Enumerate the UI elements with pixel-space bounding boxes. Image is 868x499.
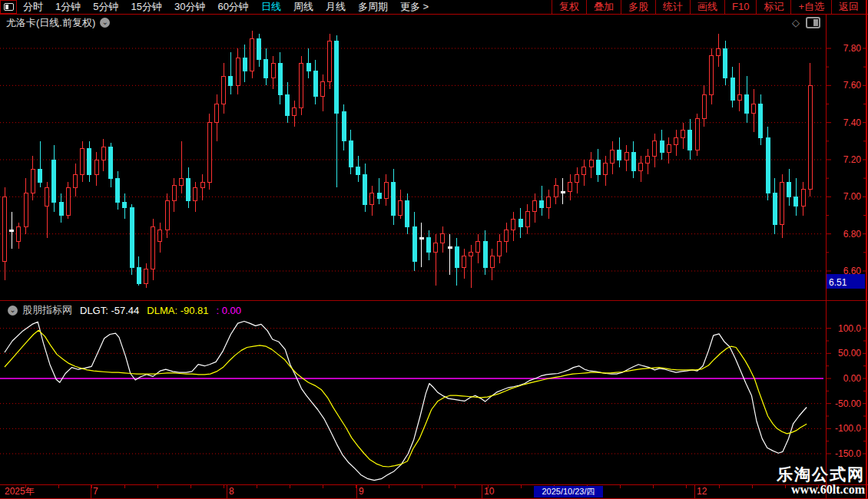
toolbar-period-0[interactable]: 分时 — [17, 0, 49, 14]
candle-body — [144, 269, 148, 284]
candle-body — [568, 182, 572, 191]
candle-body — [172, 186, 176, 200]
toolbar-period-3[interactable]: 15分钟 — [124, 0, 167, 14]
axis-tick — [719, 485, 720, 488]
candle-body — [710, 56, 714, 95]
candle-body — [724, 48, 727, 78]
toolbar-tool-0[interactable]: 复权 — [552, 0, 586, 14]
candlestick-chart[interactable]: 7.807.607.407.207.006.806.606.51 — [0, 31, 868, 300]
candle-body — [243, 58, 247, 71]
candle-body — [490, 256, 494, 268]
axis-tick — [58, 485, 59, 488]
axis-tick — [620, 485, 621, 488]
candle-body — [342, 111, 346, 141]
candle-body — [293, 107, 297, 115]
candle-body — [737, 94, 741, 100]
toolbar-period-1[interactable]: 1分钟 — [49, 0, 87, 14]
chevron-down-icon[interactable]: ⌄ — [100, 18, 110, 28]
axis-tick — [422, 485, 422, 488]
diamond-icon[interactable]: ◇ — [792, 18, 800, 28]
candle-body — [624, 152, 628, 160]
indicator-name: 股朋指标网 — [22, 303, 72, 317]
candle-body — [596, 160, 600, 174]
month-boundary-line — [356, 485, 357, 498]
candle-body — [321, 82, 325, 97]
candle-body — [589, 160, 593, 167]
axis-tick — [124, 485, 125, 488]
candle-body — [363, 174, 367, 204]
toolbar-period-4[interactable]: 30分钟 — [168, 0, 211, 14]
toolbar-period-8[interactable]: 月线 — [320, 0, 352, 14]
candle-body — [681, 130, 685, 137]
toolbar-tool-3[interactable]: 统计 — [655, 0, 690, 14]
date-axis[interactable]: 2025年78910122025/10/23/四 — [0, 484, 868, 499]
toolbar-period-9[interactable]: 多周期 — [352, 0, 394, 14]
candle-body — [31, 169, 35, 193]
toolbar-tool-2[interactable]: 多股 — [621, 0, 655, 14]
candle-body — [180, 178, 184, 186]
candle-body — [377, 193, 381, 199]
chevron-down-icon[interactable]: ⌄ — [8, 306, 18, 316]
candle-body — [59, 203, 63, 216]
indicator-readout-0: DLGT: -57.44 — [80, 305, 139, 316]
candle-body — [427, 238, 431, 253]
toolbar-period-2[interactable]: 5分钟 — [87, 0, 124, 14]
candle-body — [512, 219, 515, 230]
candle-body — [646, 156, 650, 164]
toolbar-tool-8[interactable]: 返回 — [831, 0, 866, 14]
axis-tick — [257, 485, 257, 488]
toolbar-tool-6[interactable]: 标记 — [756, 0, 790, 14]
indicator-readout-2: : 0.00 — [217, 305, 242, 316]
date-axis-label: 10 — [484, 486, 494, 497]
indicator-axis-label: 100.0 — [838, 323, 861, 334]
axis-tick — [157, 485, 158, 488]
candle-body — [123, 203, 127, 208]
candle-body — [611, 150, 615, 164]
price-axis-label: 7.20 — [843, 154, 862, 165]
axis-tick — [323, 485, 323, 488]
toolbar-period-10[interactable]: 更多 > — [394, 0, 435, 14]
sidebar-panel-icon[interactable] — [806, 17, 820, 28]
month-boundary-line — [91, 485, 91, 498]
toolbar-period-5[interactable]: 60分钟 — [211, 0, 254, 14]
toolbar-tool-5[interactable]: F10 — [724, 0, 756, 14]
candle-body — [45, 187, 49, 206]
candle-body — [434, 243, 438, 253]
date-axis-label: 7 — [93, 486, 98, 497]
candle-body — [441, 234, 445, 243]
indicator-axis-label: 50.00 — [838, 348, 861, 359]
month-boundary-line — [227, 485, 227, 498]
tools-menu: 复权叠加多股统计画线F10标记+自选返回 — [552, 0, 866, 14]
layout-toggle-button[interactable] — [0, 0, 17, 14]
candle-body — [88, 149, 91, 175]
date-axis-label: 9 — [359, 486, 364, 497]
toolbar-tool-4[interactable]: 画线 — [690, 0, 724, 14]
toolbar-period-6[interactable]: 日线 — [255, 0, 287, 14]
candle-body — [370, 193, 374, 205]
candle-body — [498, 241, 502, 256]
title-bar: 尤洛卡(日线.前复权) ⌄ ◇ — [0, 15, 868, 31]
candle-body — [313, 71, 317, 97]
candle-body — [773, 193, 777, 225]
candle-body — [604, 164, 608, 175]
date-axis-label: 8 — [229, 486, 234, 497]
candle-body — [158, 230, 162, 242]
candle-body — [469, 253, 473, 256]
indicator-readouts: DLGT: -57.44DLMA: -90.81: 0.00 — [72, 305, 241, 316]
candle-body — [533, 200, 537, 212]
toolbar-tool-7[interactable]: +自选 — [790, 0, 831, 14]
axis-tick — [521, 485, 522, 488]
low-price-tag-label: 6.51 — [829, 277, 847, 288]
toolbar-tool-1[interactable]: 叠加 — [586, 0, 621, 14]
candle-body — [38, 169, 42, 182]
candle-body — [766, 137, 770, 193]
candle-body — [618, 150, 621, 160]
date-axis-label: 2025年 — [5, 486, 35, 497]
candle-body — [561, 191, 565, 193]
candle-body — [688, 130, 692, 150]
candle-body — [101, 147, 105, 160]
indicator-line-DLMA — [5, 330, 807, 467]
indicator-chart[interactable]: 100.050.000.00-50.00-100.0-150.0 — [0, 301, 868, 484]
toolbar-period-7[interactable]: 周线 — [287, 0, 320, 14]
axis-tick — [91, 485, 92, 488]
